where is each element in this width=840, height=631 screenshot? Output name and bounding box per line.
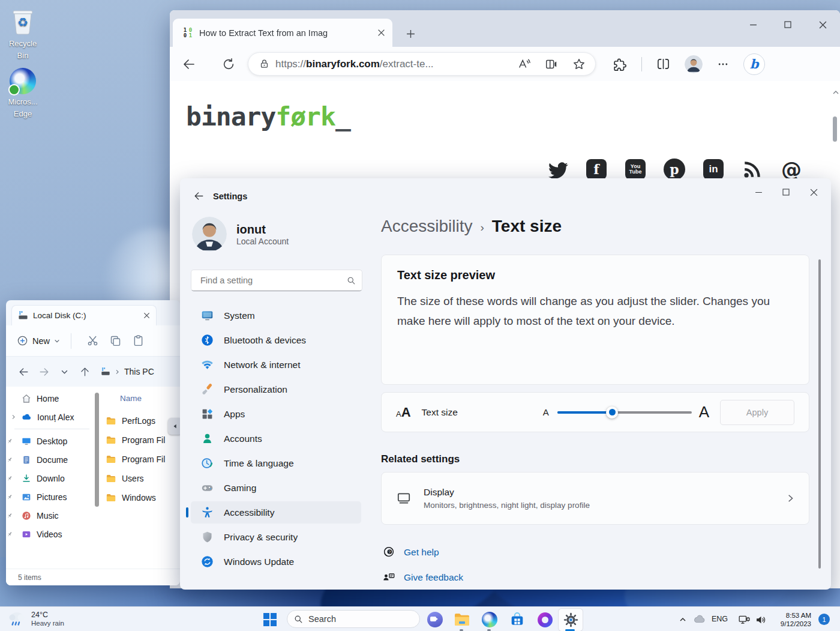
slider-thumb[interactable] (606, 406, 618, 418)
text-size-slider[interactable] (557, 411, 692, 414)
breadcrumb[interactable]: This PC (101, 367, 154, 376)
linkedin-icon[interactable]: in (702, 158, 725, 181)
browser-toolbar: https://binaryfork.com/extract-te... (170, 47, 840, 81)
nav-item-time-language[interactable]: Time & language (191, 452, 361, 474)
file-row[interactable]: Windows (106, 488, 180, 507)
account-header[interactable]: ionut Local Account (192, 217, 289, 252)
sidebar-item-videos[interactable]: Videos (6, 525, 102, 543)
browser-maximize-button[interactable] (770, 10, 805, 39)
rss-icon[interactable] (741, 158, 764, 181)
language-indicator[interactable]: ENG (712, 615, 728, 623)
taskbar-chat-icon[interactable] (427, 611, 443, 628)
display-settings-card[interactable]: Display Monitors, brightness, night ligh… (381, 472, 809, 525)
clock-date[interactable]: 8:53 AM 9/12/2023 (773, 611, 811, 628)
sidebar-item-pictures[interactable]: Pictures (6, 488, 102, 506)
desktop-icon-microsoft-edge[interactable]: Micros... Edge (0, 68, 46, 120)
nav-up-icon[interactable] (74, 361, 95, 382)
browser-tab[interactable]: 10 01 How to Extract Text from an Imag (173, 19, 392, 47)
twitter-icon[interactable] (546, 158, 569, 181)
favorite-star-icon[interactable] (572, 58, 586, 71)
address-bar[interactable]: https://binaryfork.com/extract-te... (248, 52, 596, 76)
person-icon (201, 432, 214, 445)
paste-icon[interactable] (127, 331, 149, 351)
get-help-link[interactable]: ? Get help (382, 546, 439, 559)
back-icon[interactable] (177, 52, 201, 76)
nav-forward-icon[interactable] (34, 361, 54, 382)
sidebar-item-home[interactable]: Home (6, 389, 102, 408)
sidebar-item-desktop[interactable]: Desktop (6, 432, 102, 450)
binaryfork-logo[interactable]: binaryførk_ (186, 101, 350, 131)
facebook-icon[interactable]: f (585, 158, 608, 181)
folder-icon (106, 435, 116, 445)
settings-scrollbar[interactable] (818, 259, 821, 569)
taskbar-file-explorer-icon[interactable] (454, 611, 470, 628)
nav-item-network-internet[interactable]: Network & internet (191, 354, 361, 376)
scrollbar-thumb[interactable] (833, 116, 837, 142)
nav-item-system[interactable]: System (191, 304, 361, 327)
explorer-tab[interactable]: Local Disk (C:) (11, 305, 157, 325)
taskbar-search[interactable]: Search (287, 610, 420, 628)
refresh-icon[interactable] (217, 52, 241, 76)
nav-item-windows-update[interactable]: Windows Update (191, 551, 361, 573)
onedrive-tray-icon[interactable] (691, 611, 708, 628)
sidebar-item-music[interactable]: Music (6, 506, 102, 525)
settings-search-box[interactable] (191, 270, 362, 291)
email-at-icon[interactable]: @ (780, 158, 803, 181)
taskbar-settings-active[interactable] (558, 608, 583, 631)
nav-item-apps[interactable]: Apps (191, 403, 361, 425)
taskbar-edge-icon[interactable] (481, 611, 498, 628)
read-aloud-icon[interactable] (517, 58, 530, 71)
nav-item-accounts[interactable]: Accounts (191, 427, 361, 450)
give-feedback-link[interactable]: Give feedback (382, 571, 463, 584)
expand-chevron-icon[interactable] (11, 414, 16, 420)
cut-icon[interactable] (81, 331, 104, 351)
browser-close-button[interactable] (805, 10, 840, 39)
onedrive-cloud-icon (22, 412, 32, 422)
explorer-body: Home Ionuț Alex Desktop Docu (6, 387, 180, 569)
nav-back-icon[interactable] (13, 361, 34, 382)
nav-recent-chevron-icon[interactable] (54, 361, 74, 382)
nav-item-privacy-security[interactable]: Privacy & security (191, 526, 361, 548)
copy-icon[interactable] (104, 331, 127, 351)
nav-item-gaming[interactable]: Gaming (191, 477, 361, 499)
sidebar-item-onedrive[interactable]: Ionuț Alex (6, 408, 102, 426)
settings-back-icon[interactable] (193, 190, 205, 202)
sidebar-scrollbar[interactable] (95, 393, 99, 507)
youtube-icon[interactable]: YouTube (624, 158, 647, 181)
sidebar-item-documents[interactable]: Docume (6, 450, 102, 469)
pinterest-icon[interactable]: p (663, 158, 686, 181)
desktop-icon-recycle-bin[interactable]: ♻ Recycle Bin (0, 8, 46, 62)
find-setting-input[interactable] (199, 275, 347, 286)
nav-item-bluetooth-devices[interactable]: Bluetooth & devices (191, 329, 361, 351)
network-tray-icon[interactable] (736, 611, 752, 628)
nav-item-accessibility[interactable]: Accessibility (191, 501, 361, 524)
taskbar-microsoft365-icon[interactable] (536, 611, 553, 628)
bing-copilot-icon[interactable]: b (743, 53, 765, 75)
browser-minimize-button[interactable] (736, 10, 770, 39)
immersive-reader-icon[interactable] (545, 58, 558, 71)
sidebar-item-downloads[interactable]: Downlo (6, 469, 102, 488)
volume-tray-icon[interactable] (752, 611, 769, 628)
browser-menu-icon[interactable] (717, 58, 729, 70)
explorer-command-bar: New (6, 325, 180, 357)
file-row[interactable]: Program Fil (106, 450, 180, 469)
extensions-icon[interactable] (613, 57, 627, 71)
explorer-tab-close-icon[interactable] (143, 312, 150, 319)
tab-close-icon[interactable] (377, 29, 385, 37)
nav-item-personalization[interactable]: Personalization (191, 378, 361, 400)
weather-widget[interactable]: 24°C Heavy rain (7, 609, 64, 627)
taskbar-store-icon[interactable] (509, 611, 526, 628)
new-tab-button[interactable] (403, 26, 418, 41)
apply-button[interactable]: Apply (720, 400, 794, 425)
page-scrollbar[interactable] (832, 89, 839, 96)
notification-badge[interactable]: 1 (818, 614, 830, 625)
new-button[interactable]: New (17, 335, 60, 346)
file-row[interactable]: Users (106, 469, 180, 488)
browser-profile-avatar[interactable] (685, 55, 703, 73)
name-column-header[interactable]: Name (106, 387, 180, 411)
breadcrumb-parent[interactable]: Accessibility (381, 217, 472, 236)
tray-show-hidden-icon[interactable] (674, 611, 691, 628)
split-screen-icon[interactable] (656, 57, 670, 71)
start-button[interactable] (262, 611, 278, 628)
explorer-navigation-bar: This PC (6, 357, 180, 387)
